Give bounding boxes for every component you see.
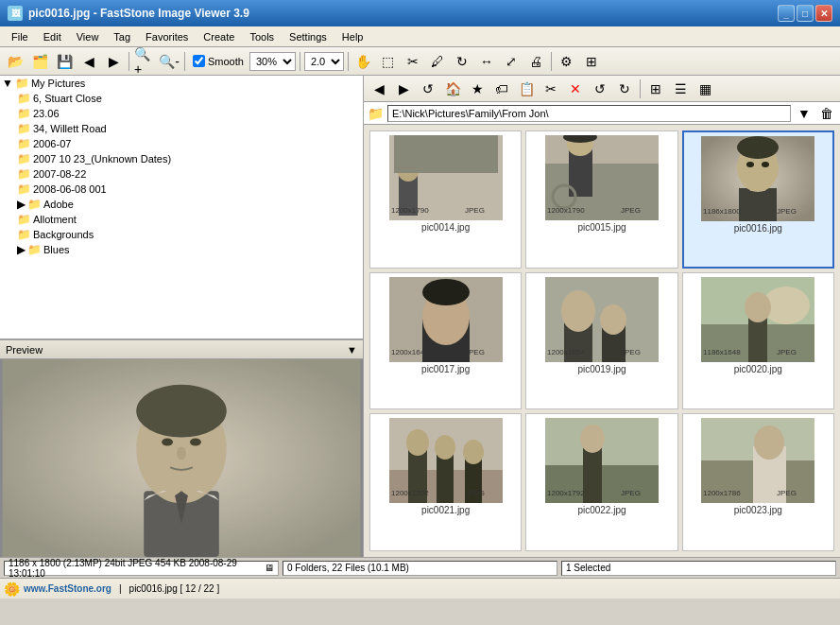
tb-browse-btn[interactable]: 🗂️: [28, 50, 51, 73]
bottom-sep: |: [119, 583, 122, 594]
svg-point-40: [422, 279, 470, 305]
tree-label-7: Adobe: [43, 199, 74, 210]
tb2-back[interactable]: ◀: [368, 78, 390, 100]
tb-zoomout-btn[interactable]: 🔍-: [158, 50, 180, 73]
toolbar1: 📂 🗂️ 💾 ◀ ▶ 🔍+ 🔍- Smooth 30% 2.0 ✋ ⬚ ✂ 🖊 …: [0, 47, 840, 76]
svg-text:1200x1654: 1200x1654: [547, 348, 585, 356]
menu-view[interactable]: View: [69, 29, 107, 44]
menu-favorites[interactable]: Favorites: [138, 29, 196, 44]
tree-item-2[interactable]: 📁 34, Willett Road: [0, 121, 363, 136]
tree-item-1[interactable]: 📁 23.06: [0, 106, 363, 121]
sep4: [348, 52, 349, 71]
tb2-rotright[interactable]: ↻: [613, 78, 636, 100]
svg-text:JPEG: JPEG: [621, 206, 641, 215]
preview-area: Preview ▼: [0, 339, 363, 557]
tb2-delete[interactable]: ✕: [564, 78, 587, 100]
tb-grid-btn[interactable]: ⊞: [580, 50, 603, 73]
thumb-item-5[interactable]: 1186x1648 JPEG pic0020.jpg: [682, 272, 834, 410]
maximize-button[interactable]: □: [797, 5, 814, 22]
tb2-home[interactable]: 🏠: [441, 78, 464, 100]
tb2-layout2[interactable]: ☰: [669, 78, 692, 100]
tb-hand-btn[interactable]: ✋: [352, 50, 375, 73]
tb-prev-btn[interactable]: ◀: [77, 50, 100, 73]
tb2-layout1[interactable]: ⊞: [644, 78, 667, 100]
tree-item-3[interactable]: 📁 2006-07: [0, 136, 363, 151]
tb-select-btn[interactable]: ⬚: [377, 50, 400, 73]
tree-item-7[interactable]: ▶ 📁 Adobe: [0, 197, 363, 212]
tb-options-btn[interactable]: ⚙: [556, 50, 578, 73]
tb2-move[interactable]: ✂: [540, 78, 562, 100]
address-input[interactable]: [387, 105, 791, 122]
menu-help[interactable]: Help: [334, 29, 371, 44]
tb2-star[interactable]: ★: [466, 78, 489, 100]
svg-text:1200x1790: 1200x1790: [547, 206, 585, 215]
thumb-item-0[interactable]: 1200x1790 JPEG pic0014.jpg: [369, 130, 522, 269]
tb-flip-btn[interactable]: ↔: [475, 50, 498, 73]
menu-settings[interactable]: Settings: [282, 29, 334, 44]
thumb-item-6[interactable]: 1200x1202 JPEG pic0021.jpg: [369, 413, 522, 551]
thumb-image-1: 1200x1790 JPEG: [545, 135, 659, 220]
menu-create[interactable]: Create: [196, 29, 242, 44]
tb-open-btn[interactable]: 📂: [4, 50, 26, 73]
bottom-bar: 🌼 www.FastStone.org | pic0016.jpg [ 12 /…: [0, 578, 840, 599]
svg-point-34: [762, 162, 769, 167]
tree-item-10[interactable]: ▶ 📁 Blues: [0, 242, 363, 257]
tb2-forward[interactable]: ▶: [392, 78, 415, 100]
zoom-dropdown[interactable]: 30%: [249, 52, 296, 71]
tb-zoomin-btn[interactable]: 🔍+: [133, 50, 156, 73]
svg-point-47: [600, 304, 626, 335]
tb2-refresh[interactable]: ↺: [417, 78, 439, 100]
thumb-item-1[interactable]: 1200x1790 JPEG pic0015.jpg: [525, 130, 677, 269]
thumb-item-4[interactable]: 1200x1654 JPEG pic0019.jpg: [525, 272, 677, 410]
minimize-button[interactable]: _: [778, 5, 795, 22]
preview-toggle[interactable]: ▼: [347, 344, 357, 356]
tb-rotate-btn[interactable]: ↻: [451, 50, 473, 73]
svg-text:1200x1790: 1200x1790: [391, 206, 429, 215]
tb2-tag[interactable]: 🏷: [490, 78, 513, 100]
address-dropdown-btn[interactable]: ▼: [795, 104, 814, 123]
svg-text:JPEG: JPEG: [777, 348, 797, 356]
thumb-item-7[interactable]: 1200x1792 JPEG pic0022.jpg: [525, 413, 677, 551]
sep-r1: [640, 79, 641, 98]
menu-tag[interactable]: Tag: [106, 29, 138, 44]
thumb-name-3: pic0017.jpg: [421, 364, 470, 374]
tb-crop-btn[interactable]: ✂: [402, 50, 424, 73]
thumbnail-grid[interactable]: 1200x1790 JPEG pic0014.jpg 1: [364, 125, 840, 557]
tree-item-8[interactable]: 📁 Allotment: [0, 212, 363, 227]
tree-item-0[interactable]: 📁 6, Stuart Close: [0, 91, 363, 106]
address-go-btn[interactable]: 🗑: [817, 104, 836, 123]
tb-edit-btn[interactable]: 🖊: [426, 50, 449, 73]
main-content: ▼ 📁 My Pictures 📁 6, Stuart Close 📁 23.0…: [0, 76, 840, 557]
status-bar: 1186 x 1800 (2.13MP) 24bit JPEG 454 KB 2…: [0, 557, 840, 578]
folder-icon: 📁: [15, 77, 29, 90]
tb-print-btn[interactable]: 🖨: [524, 50, 547, 73]
file-tree[interactable]: ▼ 📁 My Pictures 📁 6, Stuart Close 📁 23.0…: [0, 76, 363, 339]
menu-file[interactable]: File: [4, 29, 36, 44]
smooth-checkbox[interactable]: [193, 55, 205, 67]
thumb-image-7: 1200x1792 JPEG: [545, 418, 659, 503]
tree-item-6[interactable]: 📁 2008-06-08 001: [0, 182, 363, 197]
app-icon: 🖼: [8, 6, 23, 21]
zoom2-dropdown[interactable]: 2.0: [304, 52, 344, 71]
svg-rect-16: [394, 135, 498, 173]
tree-item-4[interactable]: 📁 2007 10 23_(Unknown Dates): [0, 151, 363, 166]
thumb-name-5: pic0020.jpg: [734, 364, 782, 374]
thumb-item-3[interactable]: 1200x1640 JPEG pic0017.jpg: [369, 272, 522, 410]
tree-item-9[interactable]: 📁 Backgrounds: [0, 227, 363, 242]
thumb-item-2[interactable]: 1186x1800 JPEG pic0016.jpg: [682, 130, 834, 269]
tree-item-5[interactable]: 📁 2007-08-22: [0, 166, 363, 182]
tree-root[interactable]: ▼ 📁 My Pictures: [0, 76, 363, 91]
menu-edit[interactable]: Edit: [36, 29, 69, 44]
thumb-item-8[interactable]: 1200x1786 JPEG pic0023.jpg: [682, 413, 834, 551]
thumb-name-1: pic0015.jpg: [577, 222, 626, 233]
tb-save-btn[interactable]: 💾: [53, 50, 76, 73]
tb-resize-btn[interactable]: ⤢: [500, 50, 523, 73]
tree-label-4: 2007 10 23_(Unknown Dates): [33, 153, 171, 165]
tb2-rotleft[interactable]: ↺: [589, 78, 611, 100]
tb-next-btn[interactable]: ▶: [102, 50, 125, 73]
close-button[interactable]: ✕: [815, 5, 832, 22]
tb2-copy[interactable]: 📋: [515, 78, 538, 100]
status-selected-text: 1 Selected: [566, 563, 610, 573]
menu-tools[interactable]: Tools: [242, 29, 282, 44]
tb2-layout3[interactable]: ▦: [694, 78, 716, 100]
